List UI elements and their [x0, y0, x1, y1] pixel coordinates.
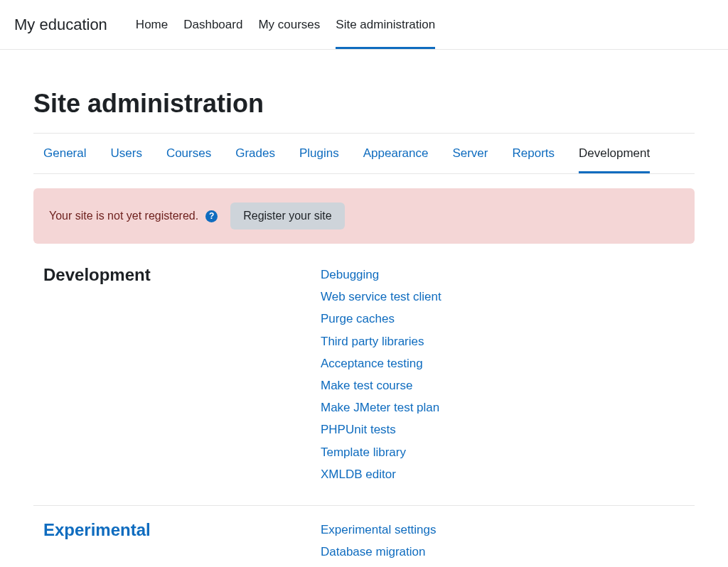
link-debugging[interactable]: Debugging [321, 265, 441, 284]
tab-reports[interactable]: Reports [512, 134, 555, 173]
link-acceptance-testing[interactable]: Acceptance testing [321, 354, 441, 373]
section-experimental: ExperimentalExperimental settingsDatabas… [33, 506, 695, 567]
brand-title[interactable]: My education [14, 16, 107, 34]
tab-server[interactable]: Server [452, 134, 488, 173]
tab-courses[interactable]: Courses [166, 134, 211, 173]
registration-alert: Your site is not yet registered. ? Regis… [33, 188, 695, 244]
link-purge-caches[interactable]: Purge caches [321, 309, 441, 328]
top-nav: HomeDashboardMy coursesSite administrati… [136, 0, 435, 49]
section-links: DebuggingWeb service test clientPurge ca… [321, 265, 441, 484]
tab-users[interactable]: Users [110, 134, 141, 173]
alert-text: Your site is not yet registered. [49, 210, 198, 222]
link-xmldb-editor[interactable]: XMLDB editor [321, 465, 441, 484]
link-template-library[interactable]: Template library [321, 443, 441, 462]
topnav-item-dashboard[interactable]: Dashboard [183, 0, 242, 49]
page-title: Site administration [33, 89, 695, 119]
tab-grades[interactable]: Grades [235, 134, 275, 173]
section-title[interactable]: Experimental [43, 520, 306, 561]
sections: DevelopmentDebuggingWeb service test cli… [33, 251, 695, 567]
link-experimental-settings[interactable]: Experimental settings [321, 520, 437, 539]
tab-general[interactable]: General [43, 134, 86, 173]
link-web-service-test-client[interactable]: Web service test client [321, 287, 441, 306]
link-phpunit-tests[interactable]: PHPUnit tests [321, 420, 441, 439]
link-third-party-libraries[interactable]: Third party libraries [321, 332, 441, 351]
main-content: Site administration GeneralUsersCoursesG… [33, 50, 695, 567]
tab-appearance[interactable]: Appearance [363, 134, 429, 173]
subtabs: GeneralUsersCoursesGradesPluginsAppearan… [33, 134, 695, 173]
section-development: DevelopmentDebuggingWeb service test cli… [33, 251, 695, 506]
section-links: Experimental settingsDatabase migration [321, 520, 437, 561]
topnav-item-site-administration[interactable]: Site administration [336, 0, 435, 49]
tab-development[interactable]: Development [579, 134, 650, 173]
subtabs-container: GeneralUsersCoursesGradesPluginsAppearan… [33, 133, 695, 174]
link-database-migration[interactable]: Database migration [321, 542, 437, 561]
register-site-button[interactable]: Register your site [230, 202, 345, 230]
topnav-item-home[interactable]: Home [136, 0, 168, 49]
topnav-item-my-courses[interactable]: My courses [258, 0, 320, 49]
help-icon[interactable]: ? [205, 210, 218, 222]
tab-plugins[interactable]: Plugins [299, 134, 339, 173]
link-make-test-course[interactable]: Make test course [321, 376, 441, 395]
section-title: Development [43, 265, 306, 484]
link-make-jmeter-test-plan[interactable]: Make JMeter test plan [321, 398, 441, 417]
top-navbar: My education HomeDashboardMy coursesSite… [0, 0, 728, 50]
